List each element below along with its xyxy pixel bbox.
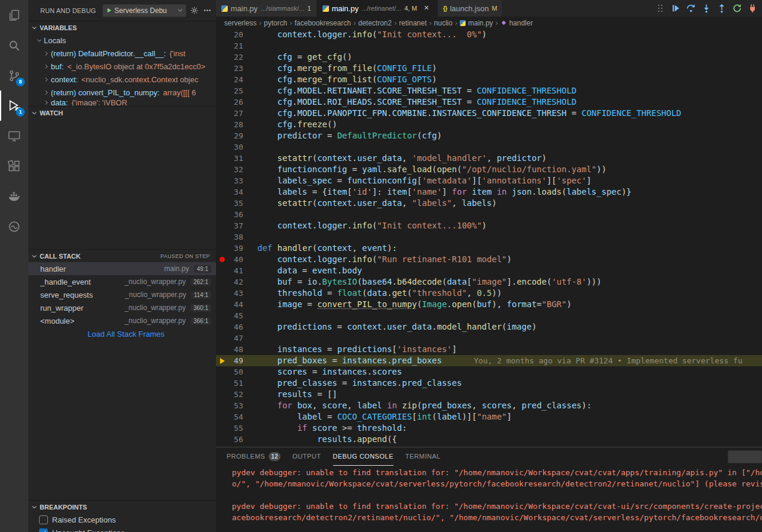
glyph-margin[interactable]	[216, 119, 228, 130]
call-stack-section-header[interactable]: CALL STACK PAUSED ON STEP	[28, 249, 216, 262]
glyph-margin[interactable]	[216, 243, 228, 254]
variable-row[interactable]: buf:<_io.BytesIO object at 0x7f5a2dc1ecc…	[28, 60, 216, 73]
code-line-43[interactable]: 43 threshold = float(data.get("threshold…	[216, 288, 762, 299]
stack-frame[interactable]: handlermain.py49:1	[28, 262, 216, 275]
activitybar-item-explorer[interactable]	[0, 0, 28, 30]
breakpoint-item[interactable]: Raised Exceptions	[28, 513, 216, 526]
glyph-margin[interactable]	[216, 164, 228, 175]
current-line-arrow-icon[interactable]	[216, 355, 228, 366]
code-line-51[interactable]: 51 pred_classes = instances.pred_classes	[216, 378, 762, 389]
editor-tab-1[interactable]: main.py.../retinanet/...4, M×	[317, 0, 438, 17]
code-line-39[interactable]: 39def handler(context, event):	[216, 243, 762, 254]
glyph-margin[interactable]	[216, 29, 228, 40]
panel-tab-output[interactable]: OUTPUT	[292, 447, 321, 466]
step-into-button[interactable]	[699, 1, 713, 15]
code-line-35[interactable]: 35 setattr(context.user_data, "labels", …	[216, 198, 762, 209]
breadcrumb-item[interactable]: retinanet	[399, 19, 427, 27]
code-line-37[interactable]: 37 context.logger.info("Init context...1…	[216, 220, 762, 231]
glyph-margin[interactable]	[216, 276, 228, 288]
glyph-margin[interactable]	[216, 186, 228, 198]
code-line-49[interactable]: 49 pred_boxes = instances.pred_boxesYou,…	[216, 355, 762, 366]
glyph-margin[interactable]	[216, 96, 228, 108]
variable-row[interactable]: context:<nuclio_sdk.context.Context obje…	[28, 73, 216, 86]
more-actions-icon[interactable]	[202, 5, 212, 17]
code-line-44[interactable]: 44 image = convert_PIL_to_numpy(Image.op…	[216, 299, 762, 310]
code-line-48[interactable]: 48 instances = predictions['instances']	[216, 344, 762, 355]
glyph-margin[interactable]	[216, 209, 228, 220]
code-line-28[interactable]: 28 cfg.freeze()	[216, 119, 762, 130]
breadcrumb-item[interactable]: handler	[501, 19, 533, 27]
glyph-margin[interactable]	[216, 130, 228, 141]
glyph-margin[interactable]	[216, 85, 228, 96]
glyph-margin[interactable]	[216, 423, 228, 434]
glyph-margin[interactable]	[216, 220, 228, 231]
stack-frame[interactable]: run_wrapper_nuclio_wrapper.py360:1	[28, 301, 216, 314]
code-line-23[interactable]: 23 cfg.merge_from_file(CONFIG_FILE)	[216, 63, 762, 74]
code-line-54[interactable]: 54 label = COCO_CATEGORIES[int(label)]["…	[216, 411, 762, 423]
glyph-margin[interactable]	[216, 231, 228, 243]
code-line-50[interactable]: 50 scores = instances.scores	[216, 366, 762, 378]
code-line-21[interactable]: 21	[216, 40, 762, 51]
breakpoints-section-header[interactable]: BREAKPOINTS	[28, 500, 216, 513]
panel-tab-problems[interactable]: PROBLEMS12	[227, 447, 280, 466]
glyph-margin[interactable]	[216, 141, 228, 153]
console-filter-input[interactable]	[728, 450, 762, 463]
glyph-margin[interactable]	[216, 310, 228, 321]
editor-tab-2[interactable]: {}launch.jsonM	[438, 0, 503, 17]
activitybar-item-extensions[interactable]	[0, 151, 28, 181]
code-line-31[interactable]: 31 setattr(context.user_data, 'model_han…	[216, 153, 762, 164]
code-line-20[interactable]: 20 context.logger.info("Init context... …	[216, 29, 762, 40]
breadcrumb-item[interactable]: detectron2	[358, 19, 392, 27]
glyph-margin[interactable]	[216, 344, 228, 355]
breadcrumb-item[interactable]: facebookresearch	[295, 19, 351, 27]
glyph-margin[interactable]	[216, 74, 228, 85]
glyph-margin[interactable]	[216, 51, 228, 63]
code-line-56[interactable]: 56 results.append({	[216, 434, 762, 445]
activitybar-item-docker[interactable]	[0, 181, 28, 211]
glyph-margin[interactable]	[216, 400, 228, 411]
glyph-margin[interactable]	[216, 175, 228, 186]
code-line-53[interactable]: 53 for box, score, label in zip(pred_box…	[216, 400, 762, 411]
code-line-42[interactable]: 42 buf = io.BytesIO(base64.b64decode(dat…	[216, 276, 762, 288]
stack-frame[interactable]: serve_requests_nuclio_wrapper.py114:1	[28, 288, 216, 301]
breadcrumb-item[interactable]: serverless	[224, 19, 257, 27]
code-line-46[interactable]: 46 predictions = context.user_data.model…	[216, 321, 762, 333]
code-line-27[interactable]: 27 cfg.MODEL.PANOPTIC_FPN.COMBINE.INSTAN…	[216, 108, 762, 119]
activitybar-item-search[interactable]	[0, 30, 28, 60]
glyph-margin[interactable]	[216, 434, 228, 445]
code-line-41[interactable]: 41 data = event.body	[216, 265, 762, 276]
step-over-button[interactable]	[683, 1, 698, 15]
glyph-margin[interactable]	[216, 153, 228, 164]
glyph-margin[interactable]	[216, 411, 228, 423]
panel-tab-terminal[interactable]: TERMINAL	[405, 447, 441, 466]
close-icon[interactable]: ×	[421, 3, 432, 14]
code-line-25[interactable]: 25 cfg.MODEL.RETINANET.SCORE_THRESH_TEST…	[216, 85, 762, 96]
breakpoint-icon[interactable]	[216, 254, 228, 265]
gear-icon[interactable]	[189, 5, 199, 17]
code-line-26[interactable]: 26 cfg.MODEL.ROI_HEADS.SCORE_THRESH_TEST…	[216, 96, 762, 108]
glyph-margin[interactable]	[216, 265, 228, 276]
toolbar-drag-handle[interactable]	[653, 1, 667, 15]
breadcrumb-item[interactable]: pytorch	[264, 19, 287, 27]
code-line-47[interactable]: 47	[216, 333, 762, 344]
code-line-29[interactable]: 29 predictor = DefaultPredictor(cfg)	[216, 130, 762, 141]
activitybar-item-sonarlint[interactable]	[0, 211, 28, 241]
code-line-38[interactable]: 38	[216, 231, 762, 243]
activitybar-item-remote-explorer[interactable]	[0, 121, 28, 151]
variable-row[interactable]: (return) DefaultPredictor.__call__:{'ins…	[28, 47, 216, 60]
glyph-margin[interactable]	[216, 63, 228, 74]
glyph-margin[interactable]	[216, 366, 228, 378]
variables-scope-locals[interactable]: Locals	[28, 34, 216, 47]
load-all-stack-frames-link[interactable]: Load All Stack Frames	[28, 327, 216, 340]
glyph-margin[interactable]	[216, 389, 228, 400]
variable-row[interactable]: data:{'image': 'iVBOR	[28, 99, 216, 106]
debug-config-picker[interactable]: Serverless Debu	[102, 4, 186, 17]
editor-tab-0[interactable]: main.py.../siammask/...1	[216, 0, 317, 17]
variables-section-header[interactable]: VARIABLES	[28, 21, 216, 34]
breadcrumb-item[interactable]: nuclio	[434, 19, 453, 27]
code-line-22[interactable]: 22 cfg = get_cfg()	[216, 51, 762, 63]
disconnect-button[interactable]	[745, 1, 760, 15]
variable-row[interactable]: (return) convert_PIL_to_numpy:array([[[ …	[28, 86, 216, 99]
panel-tab-debug-console[interactable]: DEBUG CONSOLE	[333, 447, 393, 466]
code-line-40[interactable]: 40 context.logger.info("Run retinanet-R1…	[216, 254, 762, 265]
